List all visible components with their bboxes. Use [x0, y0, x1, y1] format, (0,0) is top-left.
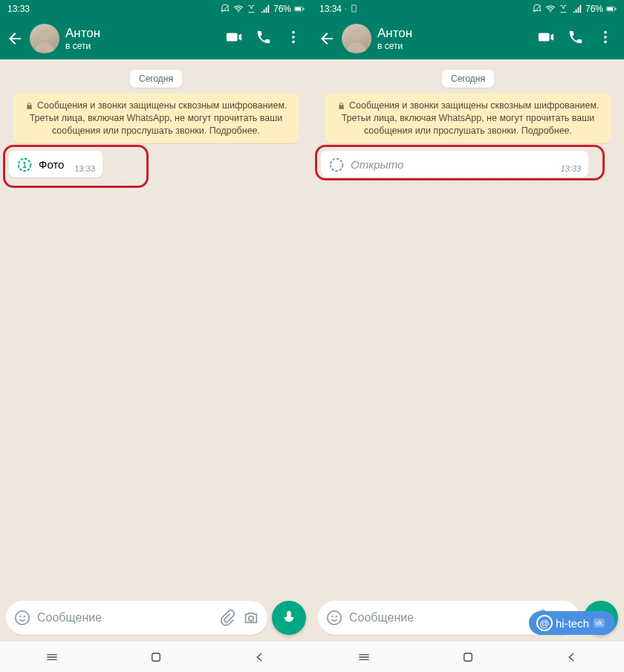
svg-point-29	[331, 616, 333, 617]
avatar[interactable]	[30, 24, 59, 53]
message-text: Открыто	[351, 158, 403, 171]
contact-status: в сети	[65, 41, 220, 51]
encryption-notice[interactable]: Сообщения и звонки защищены сквозным шиф…	[325, 94, 611, 143]
svg-point-7	[292, 36, 295, 39]
video-call-button[interactable]	[226, 29, 242, 48]
voice-call-button[interactable]	[568, 29, 584, 48]
date-pill: Сегодня	[130, 70, 182, 88]
battery-text: 76%	[273, 4, 291, 14]
svg-rect-15	[152, 653, 160, 661]
vk-badge: vk	[594, 619, 605, 627]
message-row: 1 Фото 13:33	[9, 151, 303, 177]
chat-body[interactable]: Сегодня Сообщения и звонки защищены скво…	[0, 59, 312, 596]
emoji-icon	[326, 610, 342, 626]
encryption-text: Сообщения и звонки защищены сквозным шиф…	[342, 100, 599, 136]
paperclip-icon	[219, 610, 235, 626]
more-button[interactable]	[285, 29, 302, 48]
message-input[interactable]: Сообщение	[6, 601, 267, 635]
status-time: 13:34	[319, 4, 342, 14]
arrow-left-icon	[318, 30, 336, 48]
signal-icon	[260, 4, 270, 14]
emoji-button[interactable]	[325, 609, 343, 627]
svg-point-14	[249, 616, 253, 621]
contact-info[interactable]: Антон в сети	[377, 26, 532, 52]
contact-name: Антон	[65, 26, 220, 41]
system-nav-bar	[312, 641, 624, 672]
chat-header: Антон в сети	[312, 18, 624, 59]
screen-right: 13:34 76% Антон в сети	[312, 0, 624, 672]
svg-point-6	[292, 31, 295, 34]
svg-point-1	[238, 11, 239, 13]
message-text: Фото	[39, 158, 64, 171]
status-bar: 13:34 76%	[312, 0, 624, 18]
nav-home[interactable]	[148, 649, 164, 665]
svg-point-28	[328, 611, 341, 624]
message-time: 13:33	[74, 164, 95, 173]
arrow-left-icon	[6, 30, 24, 48]
camera-icon	[243, 610, 259, 626]
back-button[interactable]	[6, 30, 24, 48]
encryption-text: Сообщения и звонки защищены сквозным шиф…	[30, 100, 287, 136]
wifi-icon	[233, 4, 244, 14]
contact-name: Антон	[377, 26, 532, 41]
svg-point-5	[39, 29, 50, 39]
emoji-button[interactable]	[13, 609, 31, 627]
more-vert-icon	[597, 29, 614, 45]
svg-point-30	[336, 616, 337, 617]
battery-icon	[294, 4, 305, 14]
nav-home[interactable]	[460, 649, 476, 665]
avatar[interactable]	[342, 24, 371, 53]
svg-point-8	[292, 41, 295, 44]
attach-button[interactable]	[218, 609, 236, 627]
nav-recents[interactable]	[356, 649, 372, 665]
watermark-text: hi-tech	[556, 617, 589, 630]
volte-icon	[247, 4, 257, 14]
more-vert-icon	[285, 29, 302, 45]
phone-small-icon	[350, 4, 358, 13]
battery-text: 76%	[585, 4, 603, 14]
svg-point-18	[354, 11, 354, 12]
video-call-button[interactable]	[538, 29, 554, 48]
view-once-opened-icon	[328, 157, 345, 173]
contact-info[interactable]: Антон в сети	[65, 26, 220, 52]
signal-icon	[572, 4, 582, 14]
back-button[interactable]	[318, 30, 336, 48]
camera-button[interactable]	[242, 609, 260, 627]
svg-point-26	[604, 41, 607, 44]
nav-back[interactable]	[252, 649, 268, 665]
wifi-icon	[545, 4, 556, 14]
view-once-icon: 1	[16, 157, 33, 173]
svg-point-12	[19, 616, 21, 617]
screen-left: 13:33 76% Антон в сети Сего	[0, 0, 312, 672]
svg-rect-4	[303, 8, 304, 10]
emoji-icon	[14, 610, 30, 626]
view-once-opened-message[interactable]: Открыто 13:33	[321, 151, 588, 177]
nav-recents[interactable]	[44, 649, 60, 665]
video-icon	[226, 29, 242, 45]
video-icon	[538, 29, 554, 45]
svg-rect-32	[464, 653, 472, 661]
voice-call-button[interactable]	[256, 29, 272, 48]
input-bar: Сообщение	[0, 596, 312, 641]
mic-button[interactable]	[272, 601, 306, 635]
svg-point-24	[604, 31, 607, 34]
date-pill: Сегодня	[442, 70, 494, 88]
svg-rect-3	[295, 7, 301, 10]
phone-icon	[568, 29, 584, 45]
chat-body[interactable]: Сегодня Сообщения и звонки защищены скво…	[312, 59, 624, 596]
phone-icon	[256, 29, 272, 45]
svg-point-11	[16, 611, 29, 624]
mic-icon	[281, 610, 297, 626]
mute-icon	[220, 4, 230, 14]
view-once-message[interactable]: 1 Фото 13:33	[9, 151, 103, 177]
encryption-notice[interactable]: Сообщения и звонки защищены сквозным шиф…	[13, 94, 299, 143]
more-button[interactable]	[597, 29, 614, 48]
contact-status: в сети	[377, 41, 532, 51]
input-placeholder: Сообщение	[37, 611, 212, 624]
message-time: 13:33	[560, 164, 581, 173]
svg-point-25	[604, 36, 607, 39]
svg-rect-21	[607, 7, 613, 10]
battery-icon	[606, 4, 617, 14]
lock-icon	[25, 102, 33, 110]
nav-back[interactable]	[564, 649, 580, 665]
